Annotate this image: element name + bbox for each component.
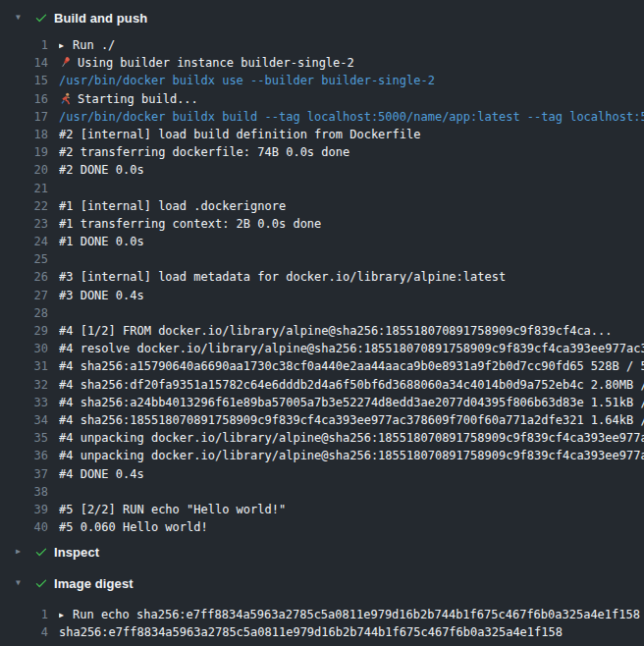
log-text: #4 sha256:185518070891758909c9f839cf4ca3… (59, 411, 644, 429)
log-text: #4 DONE 0.4s (59, 465, 644, 483)
log-text (59, 180, 644, 197)
log-text: #4 sha256:a24bb4013296f61e89ba57005a7b3e… (59, 394, 644, 411)
log-text: ▶Run ./ (59, 36, 644, 54)
log-line: 20#2 DONE 0.0s (0, 161, 644, 179)
section-title: Image digest (54, 576, 134, 591)
log-line: 32#4 sha256:df20fa9351a15782c64e6dddb2d4… (0, 376, 644, 394)
log-line: 17/usr/bin/docker buildx build --tag loc… (0, 108, 644, 126)
log-line: 16Starting build... (0, 90, 644, 108)
line-number[interactable]: 31 (0, 357, 48, 375)
log-line: 1▶Run echo sha256:e7ff8834a5963a2785c5a0… (0, 606, 644, 623)
line-number[interactable]: 26 (0, 268, 48, 286)
log-line: 15/usr/bin/docker buildx use --builder b… (0, 72, 644, 89)
chevron-right-icon[interactable]: ▶ (16, 548, 27, 556)
line-number[interactable]: 17 (0, 108, 48, 126)
section-title: Build and push (54, 11, 147, 26)
log-text: /usr/bin/docker buildx build --tag local… (59, 108, 644, 126)
log-line: 36#4 unpacking docker.io/library/alpine@… (0, 447, 644, 464)
log-section-inspect: ▶ Inspect (0, 538, 644, 565)
log-line: 19#2 transferring dockerfile: 74B 0.0s d… (0, 143, 644, 161)
line-number[interactable]: 28 (0, 304, 48, 322)
log-line: 21 (0, 180, 644, 197)
line-number[interactable]: 19 (0, 143, 48, 161)
log-text: Using builder instance builder-single-2 (59, 54, 644, 72)
log-text (59, 483, 644, 501)
log-text: #2 [internal] load build definition from… (59, 126, 644, 143)
runner-icon (59, 90, 78, 108)
line-number[interactable]: 14 (0, 54, 48, 72)
log-text: #5 0.060 Hello world! (59, 518, 644, 536)
log-line: 4sha256:e7ff8834a5963a2785c5a0811e979d16… (0, 623, 644, 641)
line-number[interactable]: 33 (0, 394, 48, 411)
log-section-build-and-push: ▼ Build and push 1▶Run ./14Using builder… (0, 4, 644, 538)
log-text: /usr/bin/docker buildx use --builder bui… (59, 72, 644, 89)
line-number[interactable]: 29 (0, 322, 48, 340)
line-number[interactable]: 25 (0, 250, 48, 268)
line-number[interactable]: 34 (0, 411, 48, 429)
log-line: 29#4 [1/2] FROM docker.io/library/alpine… (0, 322, 644, 340)
log-text (59, 250, 644, 268)
pushpin-icon (59, 54, 78, 72)
line-number[interactable]: 40 (0, 518, 48, 536)
section-header-image-digest[interactable]: ▼ Image digest (0, 569, 644, 597)
check-icon (34, 11, 48, 25)
line-number[interactable]: 39 (0, 501, 48, 518)
log-line: 14Using builder instance builder-single-… (0, 54, 644, 72)
check-icon (34, 576, 48, 590)
log-text: ▶Run echo sha256:e7ff8834a5963a2785c5a08… (59, 606, 644, 623)
line-number[interactable]: 36 (0, 447, 48, 464)
log-text: #1 [internal] load .dockerignore (59, 197, 644, 215)
log-line: 35#4 unpacking docker.io/library/alpine@… (0, 429, 644, 447)
log-text: Starting build... (59, 90, 644, 108)
line-number[interactable]: 24 (0, 233, 48, 250)
line-number[interactable]: 20 (0, 161, 48, 179)
line-number[interactable]: 30 (0, 340, 48, 357)
line-number[interactable]: 37 (0, 465, 48, 483)
log-line: 25 (0, 250, 644, 268)
log-text: #2 DONE 0.0s (59, 161, 644, 179)
line-number[interactable]: 1 (0, 606, 48, 623)
line-number[interactable]: 18 (0, 126, 48, 143)
line-number[interactable]: 38 (0, 483, 48, 501)
line-number[interactable]: 21 (0, 180, 48, 197)
log-line: 37#4 DONE 0.4s (0, 465, 644, 483)
log-line: 28 (0, 304, 644, 322)
log-text: #4 unpacking docker.io/library/alpine@sh… (59, 429, 644, 447)
line-number[interactable]: 23 (0, 215, 48, 233)
log-text: #5 [2/2] RUN echo "Hello world!" (59, 501, 644, 518)
chevron-down-icon[interactable]: ▼ (16, 579, 27, 587)
line-number[interactable]: 32 (0, 376, 48, 394)
log-lines: 1▶Run ./14Using builder instance builder… (0, 31, 644, 538)
chevron-down-icon[interactable]: ▼ (16, 14, 27, 22)
section-header-inspect[interactable]: ▶ Inspect (0, 538, 644, 565)
expand-toggle-icon[interactable]: ▶ (59, 607, 73, 623)
log-lines: 1▶Run echo sha256:e7ff8834a5963a2785c5a0… (0, 597, 644, 643)
section-title: Inspect (54, 545, 99, 560)
log-text: #4 resolve docker.io/library/alpine@sha2… (59, 340, 644, 357)
log-line: 24#1 DONE 0.0s (0, 233, 644, 250)
check-icon (34, 545, 48, 559)
log-text: #1 transferring context: 2B 0.0s done (59, 215, 644, 233)
log-line: 38 (0, 483, 644, 501)
log-line: 18#2 [internal] load build definition fr… (0, 126, 644, 143)
log-section-image-digest: ▼ Image digest 1▶Run echo sha256:e7ff883… (0, 569, 644, 643)
line-number[interactable]: 22 (0, 197, 48, 215)
line-number[interactable]: 4 (0, 623, 48, 641)
section-header-build-and-push[interactable]: ▼ Build and push (0, 4, 644, 31)
log-line: 33#4 sha256:a24bb4013296f61e89ba57005a7b… (0, 394, 644, 411)
log-text: #4 [1/2] FROM docker.io/library/alpine@s… (59, 322, 644, 340)
line-number[interactable]: 27 (0, 287, 48, 304)
log-line: 34#4 sha256:185518070891758909c9f839cf4c… (0, 411, 644, 429)
log-text: sha256:e7ff8834a5963a2785c5a0811e979d16b… (59, 623, 644, 641)
log-line: 1▶Run ./ (0, 36, 644, 54)
line-number[interactable]: 1 (0, 36, 48, 54)
log-text: #4 sha256:df20fa9351a15782c64e6dddb2d4a6… (59, 376, 644, 394)
expand-toggle-icon[interactable]: ▶ (59, 37, 73, 54)
line-number[interactable]: 35 (0, 429, 48, 447)
log-line: 27#3 DONE 0.4s (0, 287, 644, 304)
log-line: 31#4 sha256:a15790640a6690aa1730c38cf0a4… (0, 357, 644, 375)
line-number[interactable]: 15 (0, 72, 48, 89)
log-line: 40#5 0.060 Hello world! (0, 518, 644, 536)
line-number[interactable]: 16 (0, 90, 48, 108)
log-text: #1 DONE 0.0s (59, 233, 644, 250)
